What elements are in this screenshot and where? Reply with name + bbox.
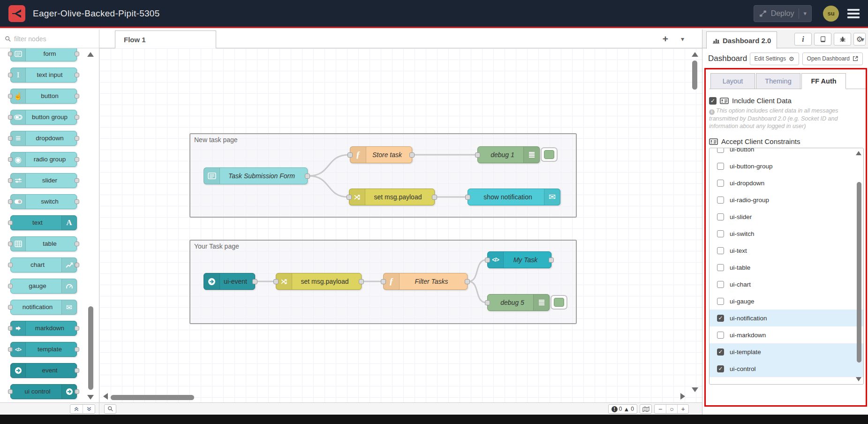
tab-layout[interactable]: Layout	[710, 73, 755, 89]
palette-node-button[interactable]: ☝ button	[10, 89, 77, 104]
node-task-submission-form[interactable]: Task Submission Form	[204, 167, 308, 184]
input-port[interactable]	[347, 152, 353, 158]
zoom-out-button[interactable]: −	[655, 405, 666, 413]
canvas-scroll-down-arrow[interactable]	[692, 387, 698, 392]
checkbox[interactable]	[717, 298, 724, 305]
palette-scroll-up-arrow[interactable]	[87, 52, 94, 57]
canvas-scroll-up-arrow[interactable]	[692, 52, 698, 57]
checkbox[interactable]	[717, 264, 724, 271]
node-set-msg-payload-2[interactable]: set msg.payload	[276, 273, 362, 290]
include-client-data-checkbox[interactable]: ✓	[709, 97, 717, 105]
list-scrollbar[interactable]	[855, 148, 863, 384]
palette-node-notification[interactable]: ✉ notification	[10, 300, 77, 315]
list-item-ui-chart[interactable]: ui-chart	[709, 276, 863, 293]
checkbox[interactable]	[717, 332, 724, 339]
tab-ff-auth[interactable]: FF Auth	[801, 73, 846, 89]
add-flow-button[interactable]: +	[663, 33, 668, 45]
palette-node-switch[interactable]: switch	[10, 194, 77, 209]
checkbox[interactable]	[717, 180, 724, 187]
list-item-ui-notification[interactable]: ✓ ui-notification	[709, 310, 863, 326]
list-item-ui-radio-group[interactable]: ui-radio-group	[709, 191, 863, 208]
debug-enable-toggle[interactable]	[551, 295, 567, 310]
checkbox[interactable]: ✓	[717, 365, 724, 372]
palette-node-form[interactable]: form	[10, 48, 77, 61]
output-port[interactable]	[305, 174, 310, 179]
input-port[interactable]	[475, 152, 480, 158]
input-port[interactable]	[485, 300, 490, 305]
node-filter-tasks[interactable]: ƒ Filter Tasks	[383, 273, 468, 290]
canvas-vscrollbar-thumb[interactable]	[692, 61, 697, 90]
output-port[interactable]	[252, 279, 257, 284]
list-scroll-up-arrow[interactable]	[856, 151, 861, 155]
checkbox[interactable]	[717, 197, 724, 204]
palette-node-slider[interactable]: slider	[10, 173, 77, 188]
main-menu-button[interactable]	[847, 9, 860, 18]
list-item-ui-control[interactable]: ✓ ui-control	[709, 360, 863, 377]
node-debug-1[interactable]: debug 1	[477, 146, 540, 163]
list-item-ui-button[interactable]: ui-button	[709, 148, 863, 158]
checkbox[interactable]	[717, 281, 724, 288]
input-port[interactable]	[381, 279, 386, 284]
tab-theming[interactable]: Theming	[756, 73, 800, 89]
minimap-toggle-button[interactable]	[640, 404, 652, 414]
input-port[interactable]	[465, 195, 470, 200]
checkbox[interactable]	[717, 230, 724, 237]
list-item-ui-slider[interactable]: ui-slider	[709, 208, 863, 225]
checkbox[interactable]	[717, 148, 724, 153]
user-avatar[interactable]: su	[823, 6, 839, 22]
palette-filter-input[interactable]	[14, 35, 84, 43]
checkbox[interactable]	[717, 213, 724, 220]
expand-all-button[interactable]	[83, 405, 95, 413]
list-item-ui-table[interactable]: ui-table	[709, 259, 863, 276]
palette-scrollbar-thumb[interactable]	[88, 306, 93, 390]
palette-node-ui-control[interactable]: ui control	[10, 384, 77, 399]
search-flows-button[interactable]	[104, 404, 116, 414]
output-port[interactable]	[409, 152, 415, 158]
palette-node-chart[interactable]: chart	[10, 257, 77, 273]
node-ui-event[interactable]: ui-event	[204, 273, 255, 290]
debug-tab-button[interactable]	[834, 33, 851, 45]
palette-node-dropdown[interactable]: ≡ dropdown	[10, 131, 77, 146]
deploy-button[interactable]: Deploy ▾	[754, 5, 812, 22]
palette-node-template[interactable]: </> template	[10, 342, 77, 357]
palette-node-event[interactable]: event	[10, 363, 77, 378]
palette-node-radio-group[interactable]: ◉ radio group	[10, 152, 77, 167]
open-dashboard-button[interactable]: Open Dashboard	[802, 53, 863, 65]
node-set-msg-payload-1[interactable]: set msg.payload	[349, 189, 435, 205]
list-item-ui-text[interactable]: ui-text	[709, 242, 863, 259]
output-port[interactable]	[359, 279, 364, 284]
checkbox[interactable]	[717, 247, 724, 254]
output-port[interactable]	[549, 257, 554, 263]
input-port[interactable]	[273, 279, 279, 284]
palette-node-markdown[interactable]: markdown	[10, 321, 77, 336]
list-scroll-down-arrow[interactable]	[856, 377, 861, 381]
node-show-notification[interactable]: ✉ show notification	[468, 189, 560, 205]
node-my-task[interactable]: </> My Task	[487, 251, 551, 268]
list-item-ui-dropdown[interactable]: ui-dropdown	[709, 174, 863, 191]
flow-list-button[interactable]: ▾	[681, 35, 684, 43]
notifications-badge[interactable]: ! 0 ▲ 0	[608, 404, 637, 414]
palette-node-button-group[interactable]: button group	[10, 110, 77, 125]
list-item-ui-template[interactable]: ✓ ui-template	[709, 343, 863, 360]
input-port[interactable]	[347, 195, 352, 200]
canvas-scroll-right-arrow[interactable]	[680, 393, 685, 400]
zoom-reset-button[interactable]: ○	[666, 405, 677, 413]
list-item-ui-switch[interactable]: ui-switch	[709, 225, 863, 242]
edit-settings-button[interactable]: Edit Settings ⚙	[750, 53, 799, 65]
zoom-in-button[interactable]: +	[677, 405, 688, 413]
flow-canvas[interactable]: New task page Your Task page Task Submis…	[99, 48, 702, 402]
list-item-ui-markdown[interactable]: ui-markdown	[709, 326, 863, 343]
node-store-task[interactable]: ƒ Store task	[350, 146, 412, 163]
checkbox[interactable]: ✓	[717, 315, 724, 322]
flow-tab[interactable]: Flow 1	[115, 30, 216, 48]
palette-scroll-down-arrow[interactable]	[87, 395, 94, 400]
palette-node-gauge[interactable]: gauge	[10, 279, 77, 294]
input-port[interactable]	[485, 257, 490, 263]
node-debug-5[interactable]: debug 5	[487, 294, 550, 311]
palette-node-text[interactable]: A text	[10, 215, 77, 230]
help-tab-button[interactable]	[814, 33, 831, 45]
palette-node-text-input[interactable]: I text input	[10, 68, 77, 83]
checkbox[interactable]: ✓	[717, 348, 724, 356]
list-scrollbar-thumb[interactable]	[857, 182, 861, 363]
list-item-ui-gauge[interactable]: ui-gauge	[709, 293, 863, 310]
